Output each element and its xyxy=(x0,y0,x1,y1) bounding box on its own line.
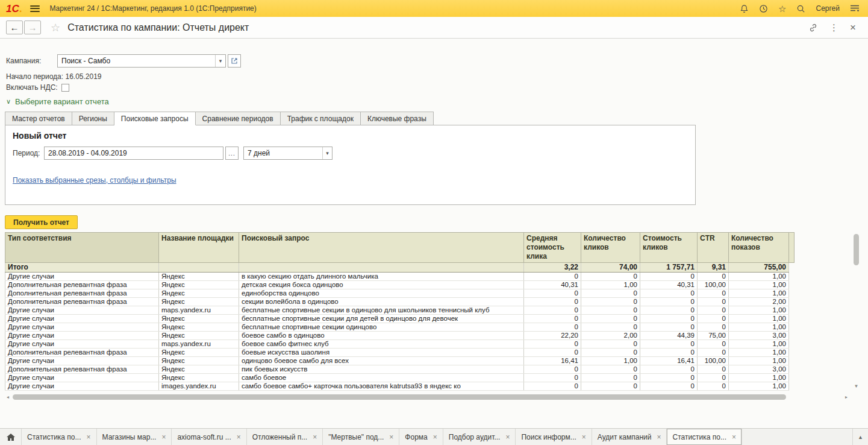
notifications-icon[interactable] xyxy=(740,4,749,14)
cell: Другие случаи xyxy=(5,382,159,391)
close-tab-icon[interactable]: × xyxy=(389,433,393,441)
tab-поисковые-запросы[interactable]: Поисковые запросы xyxy=(114,112,196,125)
tab-трафик-с-площадок[interactable]: Трафик с площадок xyxy=(281,112,361,125)
step-select[interactable]: ▾ xyxy=(243,147,333,160)
service-menu-icon[interactable] xyxy=(850,4,860,14)
favorites-icon[interactable]: ☆ xyxy=(778,4,786,14)
table-row[interactable]: Другие случаиЯндексв какую секцию отдать… xyxy=(5,273,795,281)
cell xyxy=(239,263,524,273)
home-button[interactable] xyxy=(0,429,22,445)
user-menu[interactable]: Сергей xyxy=(816,4,840,13)
tab-сравнение-периодов[interactable]: Сравнение периодов xyxy=(196,112,281,125)
table-row[interactable]: Другие случаиЯндексбесплатные спортивные… xyxy=(5,323,795,332)
close-tab-icon[interactable]: × xyxy=(161,433,166,441)
window-tab[interactable]: Отложенный п...× xyxy=(247,429,323,445)
tab-ключевые-фразы[interactable]: Ключевые фразы xyxy=(361,112,434,125)
cell: Другие случаи xyxy=(5,306,159,315)
table-row[interactable]: Дополнительная релевантная фразаЯндексбо… xyxy=(5,349,795,357)
window-tab-label: Отложенный п... xyxy=(252,433,307,441)
get-report-button[interactable]: Получить отчет xyxy=(5,215,78,229)
panel-period-row: Период: ... ▾ xyxy=(13,147,333,160)
step-dropdown-button[interactable]: ▾ xyxy=(322,147,332,159)
column-header[interactable]: Название площадки xyxy=(159,233,239,263)
total-row[interactable]: Итого3,2274,001 757,719,31755,00 xyxy=(5,263,795,273)
window-tab[interactable]: Аудит кампаний× xyxy=(592,429,667,445)
window-tab[interactable]: Магазины мар...× xyxy=(97,429,172,445)
close-tab-icon[interactable]: × xyxy=(582,433,586,441)
table-row[interactable]: Дополнительная релевантная фразаЯндекссе… xyxy=(5,298,795,306)
report-variant-toggle[interactable]: ∨ Выберите вариант отчета xyxy=(6,97,109,106)
vat-checkbox[interactable] xyxy=(61,84,69,92)
cell: 0 xyxy=(698,323,729,332)
campaign-open-button[interactable] xyxy=(228,54,241,68)
copy-link-icon[interactable] xyxy=(808,23,818,33)
forward-button[interactable]: → xyxy=(24,21,41,34)
window-tab[interactable]: Форма× xyxy=(399,429,443,445)
period-picker-button[interactable]: ... xyxy=(225,147,239,160)
table-row[interactable]: Другие случаиmaps.yandex.ruбесплатные сп… xyxy=(5,306,795,315)
cell: 100,00 xyxy=(698,281,729,289)
cell: самбо боевое самбо+ карточка пользовател… xyxy=(239,382,524,391)
cell: 0 xyxy=(640,273,698,281)
table-row[interactable]: Другие случаиЯндексбесплатные спортивные… xyxy=(5,315,795,323)
window-tab[interactable]: "Мертвые" под...× xyxy=(323,429,399,445)
column-header[interactable]: Поисковый запрос xyxy=(239,233,524,263)
cell: бесплатные спортивные секции для детей в… xyxy=(239,315,524,323)
table-row[interactable]: Другие случаиЯндекссамбо боевое00001,00 xyxy=(5,374,795,382)
campaign-dropdown-button[interactable]: ▾ xyxy=(215,55,225,67)
scroll-left-icon[interactable]: ◂ xyxy=(5,394,11,400)
column-header[interactable]: Средняя стоимость клика xyxy=(524,233,581,263)
close-tab-icon[interactable]: × xyxy=(732,433,736,441)
table-row[interactable]: Другие случаиЯндексодинцово боевое самбо… xyxy=(5,357,795,365)
cell: 2,00 xyxy=(729,298,789,306)
favorite-star-icon[interactable]: ☆ xyxy=(51,22,60,33)
chevron-down-icon: ∨ xyxy=(6,98,11,106)
horizontal-scrollbar-thumb[interactable] xyxy=(13,394,786,400)
cell: 0 xyxy=(698,365,729,374)
column-header[interactable]: Стоимость кликов xyxy=(640,233,698,263)
table-row[interactable]: Другие случаиmaps.yandex.ruбоевое самбо … xyxy=(5,340,795,349)
show-windows-button[interactable]: ▲ xyxy=(852,429,868,445)
close-tab-icon[interactable]: × xyxy=(505,433,510,441)
search-icon[interactable] xyxy=(796,4,805,14)
window-tab[interactable]: Статистика по...× xyxy=(22,429,97,445)
tab-регионы[interactable]: Регионы xyxy=(72,112,114,125)
window-tab[interactable]: Статистика по...× xyxy=(667,429,742,445)
close-form-button[interactable]: × xyxy=(850,22,856,33)
column-header[interactable]: Количество показов xyxy=(729,233,789,263)
column-header[interactable]: Количество кликов xyxy=(581,233,640,263)
table-row[interactable]: Дополнительная релевантная фразаЯндексед… xyxy=(5,289,795,298)
close-tab-icon[interactable]: × xyxy=(313,433,317,441)
close-tab-icon[interactable]: × xyxy=(237,433,241,441)
close-tab-icon[interactable]: × xyxy=(87,433,91,441)
window-tab[interactable]: Подбор аудит...× xyxy=(443,429,516,445)
window-tab[interactable]: axioma-soft.ru ...× xyxy=(172,429,246,445)
1c-logo[interactable]: 1С. xyxy=(6,4,22,14)
column-header[interactable]: Тип соответствия xyxy=(5,233,159,263)
table-row[interactable]: Дополнительная релевантная фразаЯндекспи… xyxy=(5,365,795,374)
cell: боевое самбо фитнес клуб xyxy=(239,340,524,349)
cell: 0 xyxy=(698,289,729,298)
main-menu-button[interactable] xyxy=(30,5,40,12)
cell: Дополнительная релевантная фраза xyxy=(5,289,159,298)
horizontal-scrollbar[interactable]: ◂ ▸ xyxy=(5,394,849,400)
filters-link[interactable]: Показать выбранные срезы, столбцы и филь… xyxy=(13,176,176,185)
close-tab-icon[interactable]: × xyxy=(657,433,661,441)
campaign-input[interactable] xyxy=(58,55,215,67)
step-input[interactable] xyxy=(244,147,322,159)
history-icon[interactable] xyxy=(759,4,768,14)
table-row[interactable]: Другие случаиimages.yandex.ruсамбо боево… xyxy=(5,382,795,391)
back-button[interactable]: ← xyxy=(6,21,23,34)
table-row[interactable]: Дополнительная релевантная фразаЯндексде… xyxy=(5,281,795,289)
period-input[interactable] xyxy=(45,147,223,159)
window-tab[interactable]: Поиск информ...× xyxy=(516,429,592,445)
scroll-right-icon[interactable]: ▸ xyxy=(843,394,849,400)
close-tab-icon[interactable]: × xyxy=(433,433,437,441)
tab-мастер-отчетов[interactable]: Мастер отчетов xyxy=(5,112,72,125)
vertical-scrollbar-thumb[interactable] xyxy=(854,234,859,265)
vertical-scrollbar[interactable]: ▼ xyxy=(853,232,860,390)
more-menu-icon[interactable]: ⋮ xyxy=(829,23,838,32)
column-header[interactable]: CTR xyxy=(698,233,729,263)
table-row[interactable]: Другие случаиЯндексбоевое самбо в одинцо… xyxy=(5,332,795,340)
scroll-down-icon[interactable]: ▼ xyxy=(853,383,860,390)
